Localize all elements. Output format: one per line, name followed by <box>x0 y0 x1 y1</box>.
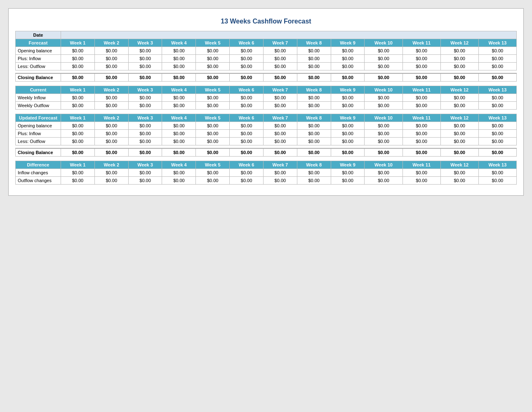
uf-week-6: Week 6 <box>230 114 264 122</box>
v: $0.00 <box>162 169 196 177</box>
v: $0.00 <box>196 148 230 157</box>
v: $0.00 <box>440 130 478 138</box>
v: $0.00 <box>365 148 403 157</box>
v: $0.00 <box>331 94 365 102</box>
v: $0.00 <box>230 148 264 157</box>
forecast-week-1: Week 1 <box>61 39 95 47</box>
v: $0.00 <box>403 130 440 138</box>
v: $0.00 <box>128 177 162 185</box>
forecast-section-header: Forecast <box>16 39 61 47</box>
v: $0.00 <box>365 94 403 102</box>
uf-opening-balance-label: Opening balance <box>16 122 61 130</box>
v: $0.00 <box>365 122 403 130</box>
uf-week-5: Week 5 <box>196 114 230 122</box>
v: $0.00 <box>162 102 196 110</box>
uf-week-10: Week 10 <box>365 114 403 122</box>
v: $0.00 <box>297 130 331 138</box>
v: $0.00 <box>403 169 440 177</box>
v: $0.00 <box>263 122 297 130</box>
v: $0.00 <box>196 63 230 70</box>
v: $0.00 <box>331 102 365 110</box>
uf-week-13: Week 13 <box>478 114 516 122</box>
v: $0.00 <box>196 55 230 63</box>
v: $0.00 <box>230 47 264 55</box>
v: $0.00 <box>94 122 128 130</box>
uf-week-3: Week 3 <box>128 114 162 122</box>
v: $0.00 <box>196 47 230 55</box>
forecast-week-13: Week 13 <box>478 39 516 47</box>
weekly-inflow-label: Weekly Inflow <box>16 94 61 102</box>
v: $0.00 <box>440 122 478 130</box>
forecast-week-6: Week 6 <box>230 39 264 47</box>
current-week-10: Week 10 <box>365 86 403 94</box>
plus-inflow-label: Plus: Inflow <box>16 55 61 63</box>
v: $0.00 <box>297 122 331 130</box>
v: $0.00 <box>331 63 365 70</box>
v: $0.00 <box>196 177 230 185</box>
v: $0.00 <box>297 138 331 145</box>
v: $0.00 <box>440 148 478 157</box>
forecast-closing-balance-row: Closing Balance $0.00$0.00$0.00$0.00$0.0… <box>16 73 517 82</box>
v: $0.00 <box>196 102 230 110</box>
current-section-header: Current <box>16 86 61 94</box>
forecast-week-5: Week 5 <box>196 39 230 47</box>
forecast-week-2: Week 2 <box>94 39 128 47</box>
v: $0.00 <box>365 177 403 185</box>
v: $0.00 <box>196 73 230 82</box>
v: $0.00 <box>162 73 196 82</box>
v: $0.00 <box>128 47 162 55</box>
diff-week-1: Week 1 <box>61 161 95 169</box>
v: $0.00 <box>331 138 365 145</box>
v: $0.00 <box>196 169 230 177</box>
v: $0.00 <box>263 63 297 70</box>
v: $0.00 <box>196 130 230 138</box>
v: $0.00 <box>61 55 95 63</box>
v: $0.00 <box>331 122 365 130</box>
v: $0.00 <box>128 94 162 102</box>
outflow-changes-label: Outflow changes <box>16 177 61 185</box>
current-week-13: Week 13 <box>478 86 516 94</box>
current-week-2: Week 2 <box>94 86 128 94</box>
v: $0.00 <box>403 94 440 102</box>
uf-opening-balance-row: Opening balance $0.00$0.00$0.00$0.00$0.0… <box>16 122 517 130</box>
forecast-week-4: Week 4 <box>162 39 196 47</box>
uf-week-4: Week 4 <box>162 114 196 122</box>
current-week-9: Week 9 <box>331 86 365 94</box>
v: $0.00 <box>440 169 478 177</box>
diff-week-6: Week 6 <box>230 161 264 169</box>
closing-balance-label: Closing Balance <box>16 73 61 82</box>
v: $0.00 <box>263 138 297 145</box>
current-week-4: Week 4 <box>162 86 196 94</box>
v: $0.00 <box>440 47 478 55</box>
forecast-week-10: Week 10 <box>365 39 403 47</box>
v: $0.00 <box>162 138 196 145</box>
v: $0.00 <box>478 73 516 82</box>
v: $0.00 <box>230 138 264 145</box>
uf-closing-balance-row: Closing Balance $0.00$0.00$0.00$0.00$0.0… <box>16 148 517 157</box>
current-table: Current Week 1 Week 2 Week 3 Week 4 Week… <box>15 86 517 110</box>
v: $0.00 <box>403 122 440 130</box>
v: $0.00 <box>61 177 95 185</box>
v: $0.00 <box>331 169 365 177</box>
weekly-inflow-row: Weekly Inflow $0.00$0.00$0.00$0.00$0.00$… <box>16 94 517 102</box>
v: $0.00 <box>331 55 365 63</box>
weekly-outflow-row: Weekly Outflow $0.00$0.00$0.00$0.00$0.00… <box>16 102 517 110</box>
v: $0.00 <box>478 138 516 145</box>
v: $0.00 <box>128 122 162 130</box>
forecast-week-12: Week 12 <box>440 39 478 47</box>
v: $0.00 <box>297 63 331 70</box>
v: $0.00 <box>230 130 264 138</box>
v: $0.00 <box>365 63 403 70</box>
forecast-week-9: Week 9 <box>331 39 365 47</box>
current-week-11: Week 11 <box>403 86 440 94</box>
v: $0.00 <box>94 177 128 185</box>
diff-week-9: Week 9 <box>331 161 365 169</box>
v: $0.00 <box>61 130 95 138</box>
v: $0.00 <box>61 148 95 157</box>
v: $0.00 <box>478 169 516 177</box>
v: $0.00 <box>162 122 196 130</box>
v: $0.00 <box>230 73 264 82</box>
v: $0.00 <box>128 73 162 82</box>
v: $0.00 <box>440 73 478 82</box>
v: $0.00 <box>230 55 264 63</box>
